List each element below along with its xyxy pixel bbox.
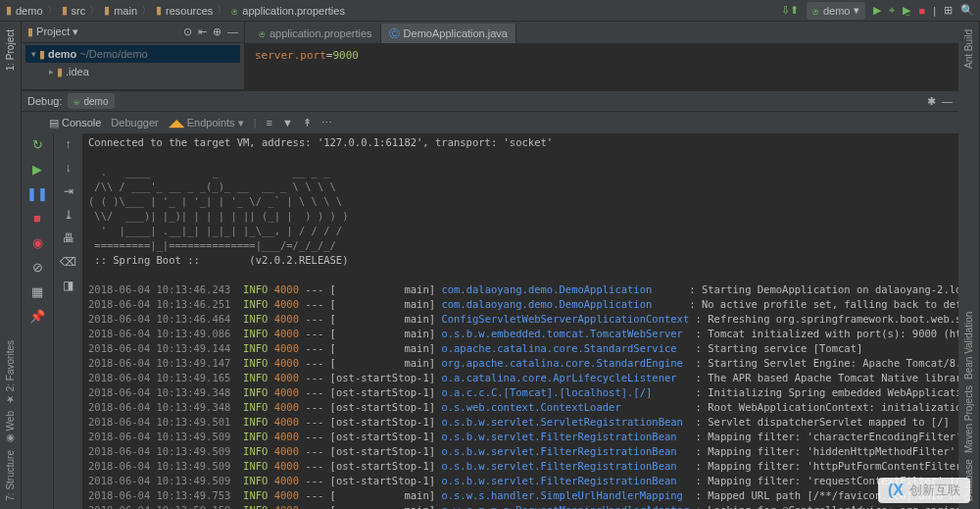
tab-label: DemoApplication.java (404, 27, 508, 39)
spring-icon: ⍟ (74, 96, 79, 107)
more-icon[interactable]: ≡ (266, 117, 271, 128)
console-output[interactable]: Connected to the target VM, address: '12… (82, 133, 958, 509)
module-icon: ▮ (39, 48, 45, 61)
hide-icon[interactable]: — (942, 95, 953, 107)
folder-icon: ▮ (57, 66, 63, 78)
folder-icon: ▮ (27, 25, 33, 37)
pin-icon[interactable]: 📌 (29, 309, 45, 324)
gear-icon[interactable]: ⊙ (183, 25, 192, 38)
chevron-down-icon[interactable]: ▾ (73, 25, 78, 37)
up-icon[interactable]: ↑ (66, 137, 72, 151)
chevron-down-icon: ▾ (854, 4, 859, 17)
tool-project[interactable]: 1: Project (5, 29, 16, 71)
leaf-icon: ⍟ (259, 27, 266, 39)
console-toolbar: ↑ ↓ ⇥ ⤓ 🖶 ⌫ ◨ (53, 133, 82, 509)
watermark: (X 创新互联 (878, 478, 970, 503)
tree-label: demo (48, 48, 76, 60)
watermark-text: 创新互联 (909, 482, 960, 499)
scroll-icon[interactable]: ⤓ (64, 208, 74, 222)
tool-ant-build[interactable]: Ant Build (963, 29, 974, 69)
tree-label: .idea (66, 66, 89, 77)
stop-icon[interactable]: ■ (918, 5, 925, 17)
leaf-icon: ⍟ (231, 5, 238, 17)
breadcrumb-item[interactable]: demo (16, 5, 43, 17)
caret-collapsed-icon[interactable]: ▸ (49, 67, 54, 76)
tree-path: ~/Demo/demo (79, 48, 147, 60)
property-key: server.port (255, 49, 326, 62)
tree-node-module[interactable]: ▾ ▮ demo ~/Demo/demo (25, 45, 240, 63)
tool-web[interactable]: ◉ Web (5, 411, 16, 444)
run-config-selector[interactable]: ⍟ demo ▾ (807, 2, 866, 20)
folder-icon: ▮ (6, 4, 12, 17)
debug-config-chip[interactable]: ⍟ demo (68, 93, 114, 109)
editor-content[interactable]: server.port=9000 (245, 43, 958, 89)
tool-favorites[interactable]: ★ 2: Favorites (5, 340, 16, 405)
project-panel-header: ▮ Project ▾ ⊙ ⇤ ⊕ — (22, 22, 244, 43)
rerun-icon[interactable]: ↻ (32, 137, 43, 152)
tab-application-properties[interactable]: ⍟ application.properties (251, 24, 381, 43)
debug-tabs: ▤ Console Debugger ◢◣ Endpoints ▾ | ≡ ▼ … (22, 112, 958, 133)
coverage-icon[interactable]: ▶̤ (903, 4, 910, 17)
tab-console[interactable]: ▤ Console (49, 117, 101, 129)
tab-label: Endpoints (187, 117, 235, 128)
clear-icon[interactable]: ⌫ (60, 255, 76, 269)
folder-icon: ▮ (156, 4, 162, 17)
flame-icon: ◢◣ (169, 117, 184, 129)
caret-expanded-icon[interactable]: ▾ (31, 49, 36, 59)
debug-header: Debug: ⍟ demo ✱ — (22, 90, 958, 112)
hide-icon[interactable]: — (227, 25, 238, 38)
tool-bean-validation[interactable]: Bean Validation (963, 312, 974, 380)
wrap-icon[interactable]: ⇥ (64, 184, 74, 198)
tool-maven[interactable]: Maven Projects (963, 385, 974, 453)
watermark-logo-icon: (X (888, 482, 904, 499)
top-icon[interactable]: ↟ (303, 117, 312, 129)
breadcrumb-item[interactable]: main (114, 5, 137, 17)
folder-icon: ▮ (62, 4, 68, 17)
breadcrumb-item[interactable]: src (72, 5, 86, 17)
play-icon[interactable]: ▶ (873, 4, 881, 17)
project-tree[interactable]: ▾ ▮ demo ~/Demo/demo ▸ ▮ .idea (22, 43, 244, 82)
debug-session-toolbar: ↻ ▶ ❚❚ ■ ◉ ⊘ ▦ 📌 (22, 133, 53, 509)
down-icon[interactable]: ↓ (66, 161, 72, 175)
more2-icon[interactable]: ⋯ (321, 117, 332, 129)
breakpoints-icon[interactable]: ◉ (32, 235, 43, 250)
search-icon[interactable]: 🔍 (960, 4, 974, 17)
tab-endpoints[interactable]: ◢◣ Endpoints ▾ (169, 117, 244, 129)
filter-icon[interactable]: ▼ (282, 117, 293, 128)
stop-icon[interactable]: ■ (33, 211, 41, 226)
gear-icon[interactable]: ✱ (927, 95, 936, 108)
autoscroll-icon[interactable]: ⊕ (213, 25, 221, 38)
right-tool-gutter: Database Maven Projects Bean Validation … (958, 22, 980, 509)
divider: | (933, 5, 936, 17)
print-icon[interactable]: 🖶 (63, 231, 74, 245)
run-config-label: demo (823, 5, 851, 17)
top-toolbar: ▮ demo 〉 ▮ src 〉 ▮ main 〉 ▮ resources 〉 … (0, 0, 980, 22)
panel-title: Project (36, 25, 70, 37)
breadcrumb-item[interactable]: application.properties (242, 5, 345, 17)
collapse-icon[interactable]: ⇤ (198, 25, 207, 38)
spring-icon: ⍟ (812, 5, 819, 17)
tab-debugger[interactable]: Debugger (111, 117, 158, 128)
terminal-icon: ▤ (49, 117, 59, 129)
layout-icon[interactable]: ▦ (31, 284, 43, 299)
editor: ⍟ application.properties Ⓒ DemoApplicati… (245, 22, 958, 89)
toolbar-actions: ⇩⬆ ⍟ demo ▾ ▶ ⌖ ▶̤ ■ | ⊞ 🔍 (781, 2, 974, 20)
debug-icon[interactable]: ⌖ (889, 4, 895, 17)
resume-icon[interactable]: ▶ (32, 162, 42, 177)
mute-icon[interactable]: ⊘ (32, 260, 43, 275)
folder-icon: ▮ (104, 4, 110, 17)
tab-label: Debugger (111, 117, 158, 128)
structure-icon[interactable]: ⊞ (944, 4, 953, 17)
diff-icon[interactable]: ◨ (63, 279, 74, 292)
tree-node-folder[interactable]: ▸ ▮ .idea (25, 63, 240, 80)
breadcrumb-item[interactable]: resources (166, 5, 213, 17)
java-class-icon: Ⓒ (389, 26, 400, 41)
tab-label: Console (62, 117, 101, 128)
tool-structure[interactable]: 7: Structure (5, 450, 16, 501)
pause-icon[interactable]: ❚❚ (26, 186, 48, 201)
tab-demo-application[interactable]: Ⓒ DemoApplication.java (381, 24, 516, 43)
debug-label: Debug: (27, 95, 62, 107)
tab-label: application.properties (270, 27, 372, 39)
left-tool-gutter: 1: Project ★ 2: Favorites ◉ Web 7: Struc… (0, 22, 22, 509)
build-icon[interactable]: ⇩⬆ (781, 4, 799, 17)
